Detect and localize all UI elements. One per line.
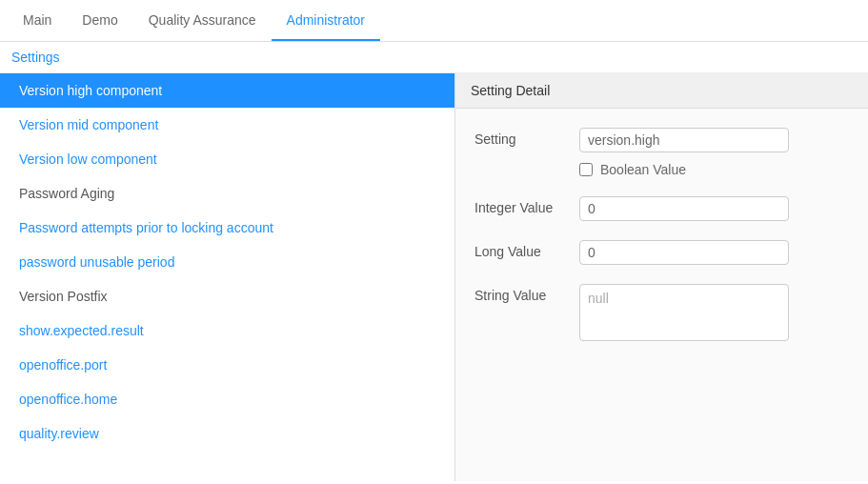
list-item-version-postfix[interactable]: Version Postfix [0, 279, 454, 313]
list-item-show-expected[interactable]: show.expected.result [0, 313, 454, 348]
long-field-value-container [579, 240, 849, 265]
right-panel: Setting Detail Setting Boolean Value Int… [455, 73, 868, 481]
integer-field-value-container [579, 196, 849, 221]
setting-detail-header: Setting Detail [455, 73, 868, 109]
boolean-label: Boolean Value [600, 162, 686, 177]
setting-field-label: Setting [474, 128, 579, 147]
top-nav: Main Demo Quality Assurance Administrato… [0, 0, 868, 42]
list-item-quality-review[interactable]: quality.review [0, 416, 454, 451]
integer-input[interactable] [579, 196, 789, 221]
list-item-version-mid[interactable]: Version mid component [0, 108, 454, 142]
long-field-row: Long Value [474, 240, 849, 265]
setting-field-value-container: Boolean Value [579, 128, 849, 177]
list-item-password-attempts[interactable]: Password attempts prior to locking accou… [0, 211, 454, 245]
list-item-openoffice-port[interactable]: openoffice.port [0, 348, 454, 382]
long-input[interactable] [579, 240, 789, 265]
nav-main[interactable]: Main [8, 0, 67, 41]
boolean-checkbox[interactable] [579, 163, 593, 176]
settings-label: Settings [0, 42, 868, 73]
list-item-password-unusable[interactable]: password unusable period [0, 245, 454, 279]
integer-field-row: Integer Value [474, 196, 849, 221]
boolean-row: Boolean Value [579, 162, 849, 177]
string-input[interactable]: null [579, 284, 789, 341]
list-item-password-aging[interactable]: Password Aging [0, 176, 454, 211]
string-field-row: String Value null [474, 284, 849, 344]
long-field-label: Long Value [474, 240, 579, 259]
integer-field-label: Integer Value [474, 196, 579, 215]
string-field-label: String Value [474, 284, 579, 303]
setting-field-row: Setting Boolean Value [474, 128, 849, 177]
main-content: Version high component Version mid compo… [0, 73, 868, 481]
nav-administrator[interactable]: Administrator [272, 0, 380, 41]
setting-input[interactable] [579, 128, 789, 152]
list-item-version-high[interactable]: Version high component [0, 73, 454, 108]
list-item-openoffice-home[interactable]: openoffice.home [0, 382, 454, 416]
string-field-value-container: null [579, 284, 849, 344]
nav-demo[interactable]: Demo [67, 0, 132, 41]
detail-body: Setting Boolean Value Integer Value [455, 109, 868, 382]
left-panel: Version high component Version mid compo… [0, 73, 455, 481]
nav-quality-assurance[interactable]: Quality Assurance [133, 0, 272, 41]
list-item-version-low[interactable]: Version low component [0, 142, 454, 176]
